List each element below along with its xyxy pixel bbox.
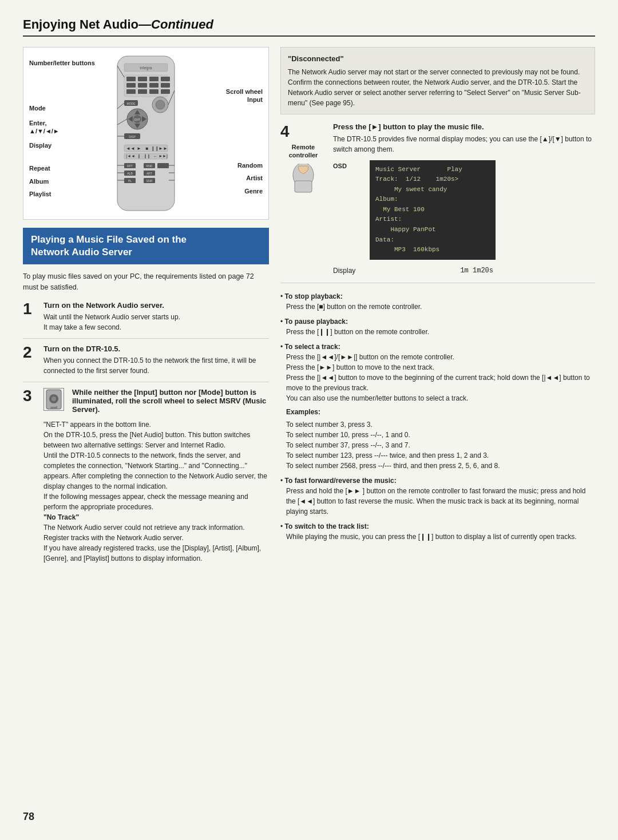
- bullet-fastforward: • To fast forward/reverse the music: Pre…: [280, 476, 595, 517]
- svg-text:RPT: RPT: [127, 164, 133, 168]
- svg-rect-13: [138, 89, 147, 94]
- svg-text:--: --: [154, 154, 157, 158]
- osd-line-2: Track: 1/12 1m20s>: [375, 175, 490, 185]
- svg-text:integra: integra: [140, 66, 152, 70]
- osd-line-1: Music Server Play: [375, 165, 490, 175]
- svg-text:❙❙: ❙❙: [144, 154, 150, 159]
- svg-text:❙❙: ❙❙: [151, 146, 159, 151]
- examples-body: To select number 3, press 3. To select n…: [286, 419, 595, 471]
- svg-rect-12: [126, 89, 136, 94]
- remote-svg: integra MODE: [100, 53, 192, 215]
- svg-text:DISP: DISP: [129, 135, 136, 138]
- svg-text:ALB: ALB: [127, 172, 133, 175]
- label-random: Random: [237, 162, 263, 169]
- svg-text:PL: PL: [128, 179, 132, 183]
- svg-text:ENT: ENT: [134, 118, 140, 121]
- svg-rect-14: [149, 89, 159, 94]
- svg-text:►: ►: [137, 146, 141, 151]
- bullet-section: • To stop playback: Press the [■] button…: [280, 291, 595, 542]
- intro-paragraph: To play music files saved on your PC, th…: [23, 271, 269, 293]
- left-column: Number/letter buttons Mode Enter,▲/▼/◄/►…: [23, 47, 269, 575]
- disconnected-body: The Network Audio server may not start o…: [288, 67, 588, 108]
- svg-text:■: ■: [146, 146, 149, 151]
- svg-text:►►: ►►: [159, 146, 168, 151]
- svg-text:❙: ❙: [137, 154, 141, 159]
- svg-text:►►|: ►►|: [159, 154, 168, 159]
- step-3-body: "NET-T" appears in the bottom line. On t…: [43, 419, 269, 564]
- display-value: 1m 1m20s: [460, 267, 493, 275]
- label-scroll-wheel: Scroll wheelInput: [226, 88, 263, 104]
- step-4-body: The DTR-10.5 provides five normal displa…: [333, 134, 595, 154]
- label-enter: Enter,▲/▼/◄/►: [29, 119, 60, 136]
- bullet-track: • To select a track: Press the [|◄◄]/[►►…: [280, 342, 595, 471]
- svg-rect-70: [295, 181, 312, 192]
- bullet-tl-body: While playing the music, you can press t…: [280, 532, 595, 542]
- label-album: Album: [29, 178, 49, 185]
- remote-controller-icon: [280, 164, 326, 195]
- label-genre: Genre: [244, 188, 263, 195]
- section-title: Playing a Music File Saved on the Networ…: [31, 233, 261, 259]
- svg-text:◄◄: ◄◄: [126, 146, 135, 151]
- label-artist: Artist: [246, 175, 263, 181]
- osd-box: Music Server Play Track: 1/12 1m20s> My …: [370, 160, 496, 260]
- osd-section: OSD Music Server Play Track: 1/12 1m20s>…: [333, 160, 595, 260]
- main-content: Number/letter buttons Mode Enter,▲/▼/◄/►…: [23, 47, 595, 575]
- step-4-section: 4 Remotecontroller Press the [►] button …: [280, 122, 595, 283]
- remote-diagram: Number/letter buttons Mode Enter,▲/▼/◄/►…: [23, 47, 269, 220]
- label-playlist: Playlist: [29, 191, 52, 197]
- step-3-icon: scroll: [43, 388, 64, 411]
- step-1-content: Turn on the Network Audio server. Wait u…: [43, 301, 269, 332]
- right-column: "Disconnected" The Network Audio server …: [280, 47, 595, 546]
- step-4-right: Press the [►] button to play the music f…: [333, 122, 595, 275]
- svg-rect-5: [138, 77, 147, 81]
- svg-rect-4: [126, 77, 136, 81]
- osd-line-4: Album:: [375, 195, 490, 205]
- display-line: Display 1m 1m20s: [333, 267, 493, 275]
- label-number-letter: Number/letter buttons: [29, 59, 95, 67]
- bullet-pause: • To pause playback: Press the [❙❙] butt…: [280, 316, 595, 337]
- page: Enjoying Net Audio—Continued Number/lett…: [0, 0, 618, 840]
- osd-line-3: My sweet candy: [375, 185, 490, 195]
- svg-text:ART: ART: [146, 172, 152, 175]
- svg-text:RND: RND: [146, 164, 153, 168]
- svg-rect-6: [149, 77, 159, 81]
- osd-line-9: MP3 160kbps: [375, 245, 490, 255]
- step-3: 3 scroll While neither the [In: [23, 388, 269, 569]
- label-display: Display: [29, 142, 52, 149]
- osd-line-6: Artist:: [375, 215, 490, 225]
- svg-point-67: [52, 397, 56, 401]
- svg-rect-7: [161, 77, 170, 81]
- step-3-content: scroll While neither the [Input] button …: [43, 388, 269, 564]
- step-2-body: When you connect the DTR-10.5 to the net…: [43, 355, 269, 376]
- page-number: 78: [23, 811, 34, 823]
- osd-label: OSD: [333, 160, 362, 169]
- display-label: Display: [333, 267, 355, 275]
- svg-rect-45: [157, 163, 169, 168]
- svg-rect-10: [149, 83, 159, 88]
- svg-rect-8: [126, 83, 136, 88]
- svg-rect-11: [161, 83, 170, 88]
- disconnected-box: "Disconnected" The Network Audio server …: [280, 47, 595, 114]
- step-2-content: Turn on the DTR-10.5. When you connect t…: [43, 344, 269, 376]
- svg-text:GNR: GNR: [146, 179, 153, 183]
- step-4-left: 4 Remotecontroller: [280, 122, 326, 275]
- label-repeat: Repeat: [29, 165, 50, 172]
- step-2: 2 Turn on the DTR-10.5. When you connect…: [23, 344, 269, 382]
- step-1: 1 Turn on the Network Audio server. Wait…: [23, 301, 269, 339]
- page-header: Enjoying Net Audio—Continued: [23, 17, 595, 37]
- osd-line-7: Happy PanPot: [375, 225, 490, 235]
- svg-text:scroll: scroll: [50, 406, 57, 409]
- bullet-ff-body: Press and hold the [►► ] button on the r…: [280, 486, 595, 517]
- bullet-track-body: Press the [|◄◄]/[►►|] button on the remo…: [280, 352, 595, 403]
- svg-point-17: [156, 100, 165, 109]
- svg-rect-15: [161, 89, 170, 94]
- diagram-labels: Number/letter buttons Mode Enter,▲/▼/◄/►…: [29, 53, 263, 213]
- osd-line-8: Data:: [375, 235, 490, 245]
- osd-line-5: My Best 100: [375, 205, 490, 215]
- svg-rect-9: [138, 83, 147, 88]
- page-title: Enjoying Net Audio—Continued: [23, 17, 595, 32]
- examples-section: Examples: To select number 3, press 3. T…: [280, 407, 595, 471]
- label-mode: Mode: [29, 105, 46, 112]
- bullet-stop: • To stop playback: Press the [■] button…: [280, 291, 595, 312]
- bullet-tracklist: • To switch to the track list: While pla…: [280, 521, 595, 542]
